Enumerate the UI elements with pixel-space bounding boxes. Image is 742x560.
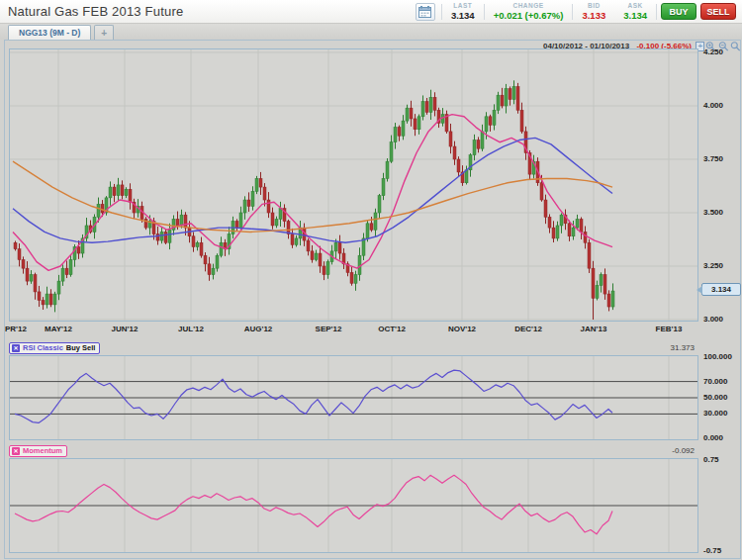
candle bbox=[247, 200, 250, 206]
candle bbox=[204, 255, 207, 264]
candle bbox=[493, 110, 496, 125]
momentum-axis-label: -0.75 bbox=[703, 546, 721, 555]
candle bbox=[42, 301, 45, 305]
candle bbox=[235, 222, 238, 228]
candle bbox=[275, 219, 278, 225]
rsi-axis-label: 50.000 bbox=[703, 393, 727, 402]
candle bbox=[251, 191, 254, 206]
time-axis-label: AUG'12 bbox=[244, 325, 273, 333]
candle bbox=[156, 234, 159, 240]
candle bbox=[38, 292, 41, 301]
rsi-axis[interactable]: 100.00070.00050.00030.0000.000 bbox=[700, 355, 742, 440]
candle bbox=[410, 108, 413, 119]
candle bbox=[520, 110, 523, 132]
rsi-chart[interactable] bbox=[9, 355, 698, 440]
candle bbox=[433, 97, 436, 110]
time-axis-label: OCT'12 bbox=[378, 325, 406, 333]
candle bbox=[121, 185, 124, 196]
candle bbox=[485, 117, 488, 132]
candle bbox=[180, 215, 183, 226]
candle bbox=[53, 294, 56, 305]
candle bbox=[398, 128, 401, 137]
candle bbox=[49, 294, 52, 305]
candle bbox=[263, 187, 266, 200]
candle bbox=[576, 219, 579, 228]
close-icon[interactable]: ✕ bbox=[12, 447, 20, 455]
last-label: LAST bbox=[453, 2, 472, 10]
candle bbox=[350, 272, 353, 283]
candle bbox=[421, 102, 424, 117]
candle bbox=[540, 183, 543, 200]
change-label: CHANGE bbox=[512, 2, 543, 10]
rsi-header: ✕ RSI Classic Buy Sell 31.373 bbox=[9, 341, 698, 354]
candle bbox=[560, 215, 563, 226]
candle bbox=[192, 236, 195, 247]
candle bbox=[101, 204, 104, 213]
candle bbox=[362, 238, 365, 255]
candle bbox=[326, 262, 329, 275]
current-price-tag: 3.134 bbox=[701, 283, 741, 296]
candle bbox=[417, 117, 420, 130]
tab-instrument[interactable]: NGG13 (9M - D) bbox=[8, 25, 91, 40]
time-axis[interactable]: APR'12MAY'12JUN'12JUL'12AUG'12SEP'12OCT'… bbox=[5, 324, 697, 335]
candle bbox=[449, 132, 452, 146]
change-quote: CHANGE +0.021 (+0.67%) bbox=[485, 1, 573, 23]
candle bbox=[239, 213, 242, 228]
add-tab-button[interactable]: + bbox=[94, 25, 114, 40]
change-value: +0.021 (+0.67%) bbox=[494, 10, 564, 21]
momentum-chart[interactable] bbox=[9, 458, 698, 553]
candle bbox=[323, 266, 325, 275]
sell-button[interactable]: SELL bbox=[700, 3, 736, 20]
momentum-title: Momentum bbox=[23, 446, 62, 455]
candle bbox=[512, 87, 515, 100]
bid-quote: BID 3.133 bbox=[573, 1, 614, 23]
candle bbox=[311, 251, 314, 260]
candle bbox=[216, 255, 219, 268]
candle bbox=[489, 117, 492, 126]
momentum-axis[interactable]: 0.75-0.75 bbox=[700, 458, 742, 553]
candle bbox=[611, 291, 614, 307]
candle bbox=[184, 215, 187, 228]
bid-label: BID bbox=[588, 2, 601, 10]
last-value: 3.134 bbox=[451, 10, 475, 21]
candle bbox=[34, 275, 37, 292]
momentum-header: ✕ Momentum -0.092 bbox=[9, 444, 698, 457]
price-axis[interactable]: 3.134 4.2504.0003.7503.5003.2503.000 bbox=[700, 48, 742, 322]
candle bbox=[516, 87, 519, 111]
candle bbox=[18, 249, 21, 260]
candle bbox=[596, 285, 599, 298]
chart-canvas bbox=[10, 356, 697, 439]
ask-value: 3.134 bbox=[623, 10, 647, 21]
time-axis-label: JAN'13 bbox=[581, 325, 607, 333]
candle bbox=[30, 275, 33, 281]
candle bbox=[402, 121, 405, 136]
buy-button[interactable]: BUY bbox=[661, 3, 696, 20]
candle bbox=[109, 187, 112, 198]
bid-value: 3.133 bbox=[582, 10, 605, 21]
candle bbox=[259, 178, 262, 187]
momentum-axis-label: 0.75 bbox=[703, 455, 719, 464]
candle bbox=[394, 128, 397, 142]
candle bbox=[267, 200, 270, 213]
calendar-icon-button[interactable] bbox=[416, 3, 435, 21]
rsi-legend-chip[interactable]: ✕ RSI Classic Buy Sell bbox=[9, 342, 100, 354]
candle bbox=[26, 268, 29, 281]
candle bbox=[429, 97, 432, 112]
candle bbox=[117, 185, 120, 196]
candle bbox=[374, 213, 377, 230]
candle bbox=[505, 89, 508, 106]
momentum-legend-chip[interactable]: ✕ Momentum bbox=[9, 445, 67, 457]
chart-canvas bbox=[10, 459, 697, 552]
price-chart[interactable] bbox=[9, 48, 698, 322]
candle bbox=[164, 232, 167, 242]
chart-canvas bbox=[10, 49, 697, 321]
candle bbox=[61, 268, 64, 281]
header-bar: Natural Gas FEB 2013 Future LAST 3.134 C… bbox=[0, 0, 742, 24]
close-icon[interactable]: ✕ bbox=[12, 344, 20, 352]
candle bbox=[425, 102, 428, 113]
candle bbox=[271, 213, 274, 226]
time-axis-label: JUL'12 bbox=[178, 325, 204, 333]
candle bbox=[457, 159, 460, 172]
candle bbox=[212, 268, 215, 274]
candle bbox=[220, 242, 223, 255]
